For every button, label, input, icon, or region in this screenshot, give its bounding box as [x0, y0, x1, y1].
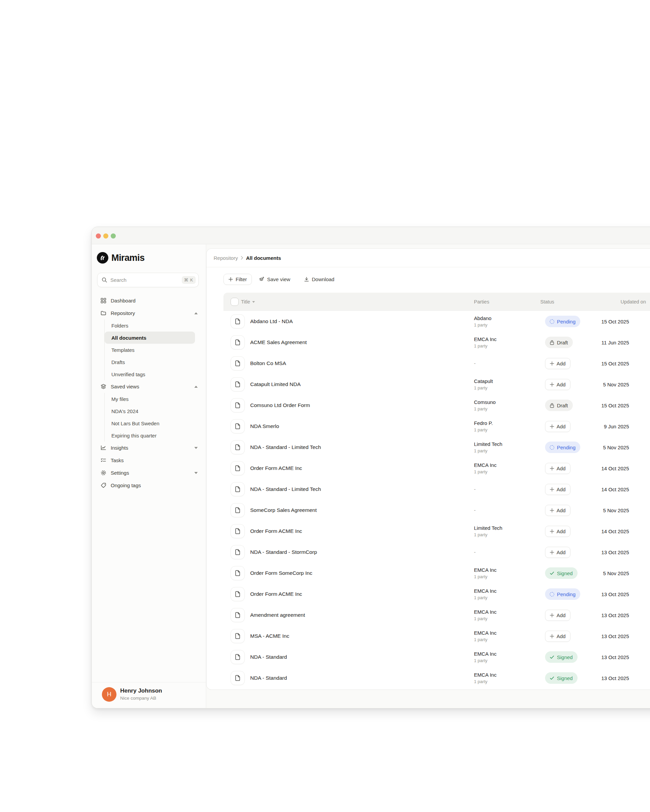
select-all-checkbox[interactable]	[231, 298, 239, 306]
table-row[interactable]: Order Form ACME Inc Limited Tech 1 party…	[206, 521, 650, 542]
column-header-updated-on: Updated on	[579, 293, 646, 311]
updated-date: 13 Oct 2025	[562, 542, 629, 563]
collapse-caret-icon[interactable]	[194, 386, 198, 388]
search-shortcut: ⌘ K	[182, 276, 196, 284]
document-icon	[231, 335, 245, 350]
expand-caret-icon[interactable]	[194, 472, 198, 474]
sidebar-item-settings[interactable]: Settings	[97, 467, 202, 479]
sidebar-item-insights[interactable]: Insights	[97, 441, 202, 454]
expand-caret-icon[interactable]	[194, 447, 198, 449]
party-name: Limited Tech	[474, 525, 502, 531]
sidebar-item-unverified-tags[interactable]: Unverified tags	[105, 368, 202, 380]
column-header-title[interactable]: Title	[241, 293, 255, 311]
tasks-checklist-icon	[101, 458, 106, 463]
sidebar-item-drafts[interactable]: Drafts	[105, 356, 202, 368]
column-header-parties: Parties	[474, 293, 489, 311]
download-button[interactable]: Download	[304, 274, 335, 285]
updated-date: 13 Oct 2025	[562, 584, 629, 604]
filter-button[interactable]: Filter	[223, 274, 252, 285]
check-icon	[550, 655, 554, 659]
sidebar-item-folders[interactable]: Folders	[105, 319, 202, 331]
sidebar-item-ndas-2024[interactable]: NDA's 2024	[105, 405, 202, 417]
window-titlebar	[92, 227, 650, 244]
table-row[interactable]: Catapult Limited NDA Catapult 1 party Ad…	[206, 374, 650, 395]
zoom-window-button[interactable]	[111, 234, 116, 238]
plus-icon	[550, 382, 554, 387]
parties-cell: EMCA Inc 1 party	[474, 336, 497, 349]
document-title: MSA - ACME Inc	[250, 626, 289, 647]
table-row[interactable]: Order Form ACME Inc EMCA Inc 1 party Pen…	[206, 584, 650, 604]
sidebar-item-dashboard[interactable]: Dashboard	[97, 295, 202, 307]
document-title: Order Form ACME Inc	[250, 521, 302, 542]
table-row[interactable]: NDA Smerlo Fedro P. 1 party Add 9 Jun 20…	[206, 416, 650, 437]
minimize-window-button[interactable]	[103, 234, 109, 238]
table-row[interactable]: Bolton Co MSA - Add 15 Oct 2025	[206, 353, 650, 374]
sidebar-item-saved-views[interactable]: Saved views	[97, 380, 202, 393]
document-icon	[231, 419, 245, 433]
party-count: 1 party	[474, 322, 492, 328]
sidebar-item-templates[interactable]: Templates	[105, 344, 202, 356]
updated-date: 13 Oct 2025	[562, 604, 629, 626]
table-row[interactable]: Order Form ACME Inc EMCA Inc 1 party Add…	[206, 458, 650, 479]
search-placeholder: Search	[110, 277, 182, 283]
table-row[interactable]: ACME Sales Agreement EMCA Inc 1 party Dr…	[206, 332, 650, 353]
folder-icon	[101, 310, 106, 316]
close-window-button[interactable]	[96, 234, 101, 238]
table-row[interactable]: NDA - Standard - StormCorp - Add 13 Oct …	[206, 542, 650, 563]
sidebar-item-ongoing-tags[interactable]: Ongoing tags	[97, 479, 202, 491]
app-window: Miramis Search ⌘ K Dashboard	[92, 227, 650, 708]
table-row[interactable]: NDA - Standard - Limited Tech Limited Te…	[206, 437, 650, 458]
table-row[interactable]: Comsuno Ltd Order Form Comsuno 1 party D…	[206, 395, 650, 416]
search-input[interactable]: Search ⌘ K	[97, 273, 199, 287]
party-name: EMCA Inc	[474, 567, 497, 573]
updated-date: 5 Nov 2025	[562, 563, 629, 584]
updated-date: 5 Nov 2025	[562, 437, 629, 458]
pending-dashed-circle-icon	[550, 445, 554, 450]
table-row[interactable]: Amendment agreement EMCA Inc 1 party Add…	[206, 604, 650, 626]
save-view-button[interactable]: Save view	[258, 274, 290, 285]
user-name: Henry Johnson	[120, 687, 162, 694]
saved-views-subnav: My files NDA's 2024 Not Lars But Sweden …	[104, 393, 202, 441]
plus-icon	[550, 634, 554, 638]
sidebar-item-repository[interactable]: Repository	[97, 307, 202, 319]
plus-icon	[228, 277, 233, 281]
document-title: NDA Smerlo	[250, 416, 279, 437]
party-count: 1 party	[474, 616, 497, 621]
table-row[interactable]: MSA - ACME Inc EMCA Inc 1 party Add 13 O…	[206, 626, 650, 647]
traffic-lights	[96, 234, 116, 238]
parties-cell: EMCA Inc 1 party	[474, 462, 497, 475]
dashboard-icon	[101, 298, 106, 304]
table-row[interactable]: NDA - Standard EMCA Inc 1 party Signed 1…	[206, 667, 650, 688]
document-title: Order Form ACME Inc	[250, 584, 302, 604]
miramis-logo-icon	[97, 252, 109, 264]
parties-cell: Limited Tech 1 party	[474, 525, 502, 537]
table-row[interactable]: SomeCorp Sales Agreement - Add 5 Nov 202…	[206, 500, 650, 521]
updated-date: 14 Oct 2025	[562, 479, 629, 500]
document-title: Catapult Limited NDA	[250, 374, 301, 395]
updated-date: 13 Oct 2025	[562, 667, 629, 688]
lock-icon	[550, 403, 554, 408]
parties-cell: EMCA Inc 1 party	[474, 650, 497, 664]
sidebar-item-my-files[interactable]: My files	[105, 393, 202, 405]
layers-plus-icon	[258, 276, 265, 282]
sidebar-item-tasks[interactable]: Tasks	[97, 454, 202, 467]
parties-cell: EMCA Inc 1 party	[474, 588, 497, 601]
sidebar-item-all-documents[interactable]: All documents	[105, 331, 195, 344]
table-row[interactable]: NDA - Standard EMCA Inc 1 party Signed 1…	[206, 647, 650, 667]
pending-dashed-circle-icon	[550, 592, 554, 597]
collapse-caret-icon[interactable]	[194, 312, 198, 314]
breadcrumb-parent[interactable]: Repository	[214, 255, 238, 261]
table-row[interactable]: Order Form SomeCorp Inc EMCA Inc 1 party…	[206, 563, 650, 584]
user-profile[interactable]: H Henry Johnson Nice company AB	[92, 682, 206, 708]
document-title: ACME Sales Agreement	[250, 332, 307, 353]
tag-icon	[101, 482, 106, 488]
breadcrumb-current: All documents	[246, 255, 281, 261]
sidebar-item-not-lars-but-sweden[interactable]: Not Lars But Sweden	[105, 417, 202, 429]
lock-icon	[550, 340, 554, 345]
layers-icon	[101, 384, 106, 389]
party-count: 1 party	[474, 679, 497, 684]
document-icon	[231, 671, 245, 685]
sidebar-item-expiring-this-quarter[interactable]: Expiring this quarter	[105, 429, 202, 441]
table-row[interactable]: Abdano Ltd - NDA Abdano 1 party Pending …	[206, 311, 650, 332]
table-row[interactable]: NDA - Standard - Limited Tech - Add 14 O…	[206, 479, 650, 500]
